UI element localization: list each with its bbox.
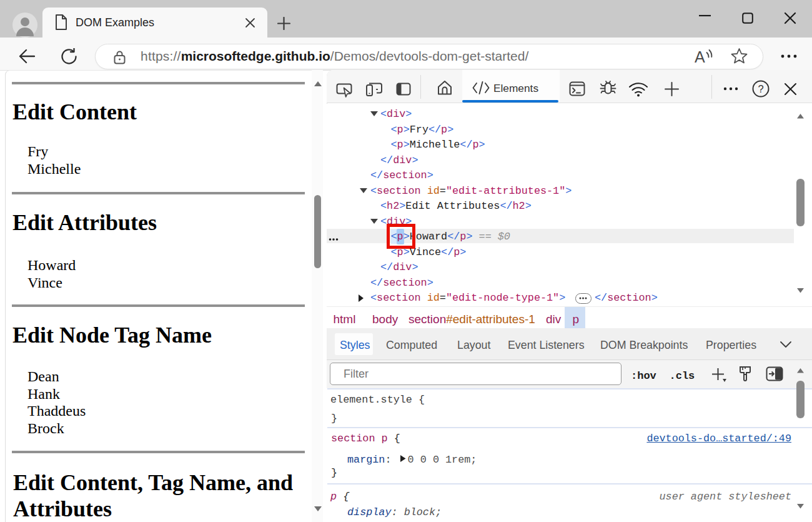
svg-text:A: A [695, 48, 705, 64]
svg-text:?: ? [758, 83, 763, 94]
